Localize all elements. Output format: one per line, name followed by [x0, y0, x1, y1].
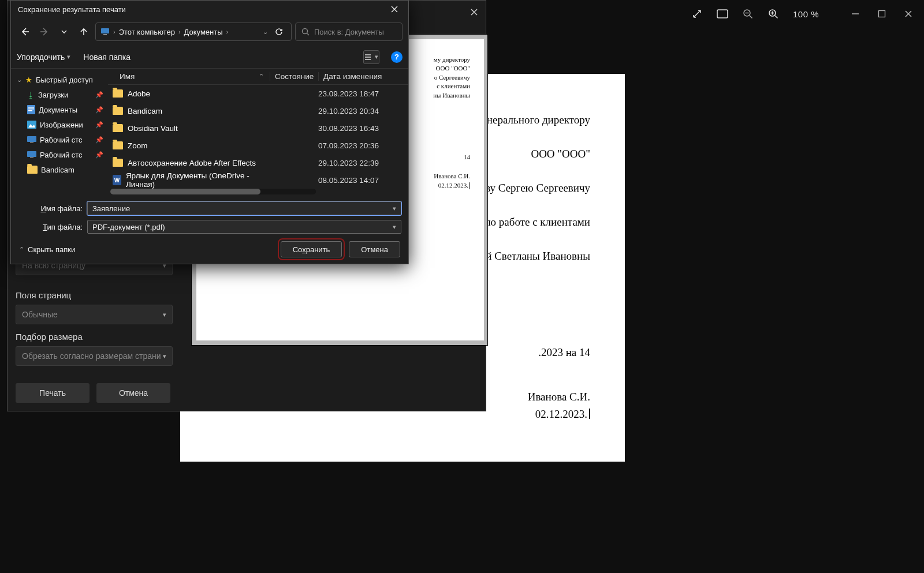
pin-icon: 📌 [95, 151, 103, 159]
search-input[interactable]: Поиск в: Документы [295, 23, 403, 41]
table-row[interactable]: WЯрлык для Документы (OneDrive - Личная)… [108, 171, 408, 189]
filetype-select[interactable]: PDF-документ (*.pdf) ▾ [87, 220, 401, 234]
crumb-docs[interactable]: Документы [184, 28, 223, 36]
table-row[interactable]: Zoom07.09.2023 20:36 [108, 137, 408, 154]
svg-rect-16 [30, 158, 33, 159]
svg-rect-0 [717, 10, 728, 18]
filename-label: Имя файла: [18, 204, 83, 213]
breadcrumb: Этот компьютер [119, 28, 175, 36]
nav-back-icon[interactable] [17, 24, 33, 40]
svg-rect-15 [27, 151, 36, 157]
addr-dropdown-icon[interactable]: ⌄ [263, 28, 268, 36]
search-placeholder: Поиск в: Документы [314, 28, 384, 36]
file-list: Имя⌃ Состояние Дата изменения Adobe23.09… [108, 69, 408, 196]
chevron-down-icon: ▾ [375, 53, 378, 61]
view-mode-button[interactable]: ▾ [363, 50, 379, 64]
new-folder-button[interactable]: Новая папка [83, 53, 131, 62]
sidebar-item-label: Рабочий стс [40, 136, 83, 144]
zoom-in-icon[interactable] [767, 8, 779, 20]
dialog-title: Сохранение результата печати [18, 5, 126, 14]
pin-icon: 📌 [95, 136, 103, 144]
print-cancel-button[interactable]: Отмена [96, 383, 170, 403]
file-list-header[interactable]: Имя⌃ Состояние Дата изменения [108, 69, 408, 85]
filename-value: Заявление [92, 204, 130, 213]
chevron-right-icon: › [178, 28, 181, 35]
file-name: Bandicam [128, 107, 162, 115]
download-icon: ⭳ [27, 91, 35, 99]
minimize-icon[interactable] [850, 9, 860, 19]
fit-label: Подбор размера [16, 332, 173, 342]
desktop-icon [27, 136, 36, 143]
refresh-icon[interactable] [271, 24, 286, 39]
save-button[interactable]: Сохранить [281, 241, 342, 257]
chevron-down-icon: ▾ [67, 53, 70, 61]
sidebar-item-desktop1[interactable]: Рабочий стс 📌 [11, 132, 108, 147]
fit-value: Обрезать согласно размерам страни [22, 351, 161, 361]
svg-rect-14 [30, 143, 33, 144]
preview-date: 02.12.2023. [438, 182, 468, 189]
save-dialog: Сохранение результата печати › Этот комп… [10, 0, 409, 264]
expand-icon[interactable] [691, 8, 703, 20]
sidebar-item-bandicam[interactable]: Bandicam [11, 162, 108, 177]
sidebar-item-pictures[interactable]: Изображени 📌 [11, 117, 108, 132]
app-titlebar: 100 % [691, 0, 924, 28]
table-row[interactable]: Obsidian Vault30.08.2023 16:43 [108, 119, 408, 137]
dialog-close-icon[interactable] [384, 1, 405, 17]
sidebar-item-desktop2[interactable]: Рабочий стс 📌 [11, 147, 108, 162]
breadcrumb: Документы [184, 28, 223, 36]
filename-input[interactable]: Заявление ▾ [87, 201, 401, 215]
col-state-label: Состояние [275, 72, 314, 81]
folder-icon [27, 166, 38, 174]
file-name: Ярлык для Документы (OneDrive - Личная) [126, 171, 270, 189]
table-row[interactable]: Adobe23.09.2023 18:47 [108, 85, 408, 102]
sidebar-item-label: Загрузки [38, 91, 68, 99]
help-button[interactable]: ? [391, 51, 403, 63]
chevron-down-icon: ▾ [393, 223, 396, 231]
hide-folders-toggle[interactable]: ⌃ Скрыть папки [19, 245, 75, 254]
doc-sig-date: 02.12.2023. [535, 408, 587, 420]
sidebar-quick-access[interactable]: ⌄ ★ Быстрый доступ [11, 72, 108, 87]
sort-indicator-icon: ⌃ [259, 73, 264, 80]
margins-label: Поля страниц [16, 290, 173, 300]
sidebar-item-label: Документы [39, 106, 77, 114]
cursor-icon [470, 182, 470, 189]
svg-rect-8 [28, 107, 34, 108]
organize-menu[interactable]: Упорядочить ▾ [17, 53, 70, 62]
print-close-icon[interactable] [466, 4, 482, 20]
sidebar-item-label: Bandicam [41, 166, 74, 174]
nav-recent-icon[interactable] [56, 24, 72, 40]
zoom-percent: 100 % [793, 9, 819, 19]
hide-folders-label: Скрыть папки [28, 245, 75, 254]
table-row[interactable]: Автосохранение Adobe After Effects29.10.… [108, 154, 408, 171]
scrollbar-thumb[interactable] [110, 189, 260, 194]
close-icon[interactable] [903, 9, 914, 19]
crumb-pc[interactable]: Этот компьютер [119, 28, 175, 36]
file-name: Obsidian Vault [128, 124, 178, 133]
word-icon: W [113, 175, 121, 185]
margins-select[interactable]: Обычные ▾ [16, 305, 173, 324]
sidebar-item-label: Изображени [40, 121, 83, 129]
cancel-button-label: Отмена [361, 245, 388, 254]
sidebar-item-downloads[interactable]: ⭳ Загрузки 📌 [11, 87, 108, 102]
search-icon [301, 28, 310, 36]
maximize-icon[interactable] [877, 9, 887, 19]
nav-forward-icon[interactable] [36, 24, 53, 40]
file-date: 30.08.2023 16:43 [318, 124, 408, 133]
chevron-down-icon: ▾ [163, 353, 166, 360]
chevron-down-icon: ▾ [163, 311, 166, 319]
address-bar[interactable]: › Этот компьютер › Документы › ⌄ [95, 23, 292, 41]
svg-rect-3 [879, 11, 885, 17]
col-name-label: Имя [120, 72, 135, 81]
sidebar-item-documents[interactable]: Документы 📌 [11, 102, 108, 117]
print-button[interactable]: Печать [16, 383, 90, 403]
zoom-out-icon[interactable] [742, 8, 754, 20]
cancel-button[interactable]: Отмена [349, 241, 400, 257]
table-row[interactable]: Bandicam29.10.2023 20:34 [108, 102, 408, 119]
file-date: 29.10.2023 22:39 [318, 159, 408, 167]
horizontal-scrollbar[interactable] [110, 189, 316, 194]
fit-screen-icon[interactable] [717, 8, 728, 20]
svg-rect-7 [27, 105, 35, 114]
nav-up-icon[interactable] [76, 24, 92, 40]
file-date: 07.09.2023 20:36 [318, 141, 408, 150]
fit-select[interactable]: Обрезать согласно размерам страни ▾ [16, 346, 173, 366]
